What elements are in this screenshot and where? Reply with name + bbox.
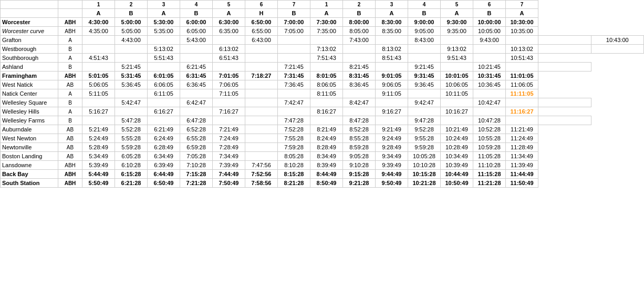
time-cell xyxy=(115,107,148,116)
time-cell: 4:51:43 xyxy=(82,54,115,63)
time-cell: 10:44:49 xyxy=(441,170,473,179)
time-cell: 9:30:00 xyxy=(441,18,473,27)
time-cell: 6:11:05 xyxy=(148,89,180,98)
time-cell: 9:42:47 xyxy=(408,98,441,107)
time-cell: 6:15:28 xyxy=(115,170,148,179)
time-cell: 7:21:49 xyxy=(213,125,245,134)
time-cell: 10:31:45 xyxy=(473,72,506,80)
time-cell: 7:50:49 xyxy=(213,179,245,188)
time-cell: 11:21:28 xyxy=(473,179,506,188)
time-cell: 9:01:05 xyxy=(376,72,408,80)
time-cell: 7:10:28 xyxy=(180,161,213,170)
time-cell xyxy=(310,63,343,72)
time-cell: 9:21:49 xyxy=(376,125,408,134)
time-cell: 6:24:49 xyxy=(148,134,180,143)
station-service: ABH xyxy=(58,18,82,27)
time-cell: 7:51:43 xyxy=(310,54,343,63)
time-cell: 10:16:27 xyxy=(441,107,473,116)
svc-b-4: B xyxy=(343,9,376,18)
time-cell: 11:11:05 xyxy=(506,89,538,98)
time-cell xyxy=(408,45,441,54)
col-num-12: 5 xyxy=(441,1,473,9)
time-cell: 8:44:49 xyxy=(310,170,343,179)
time-cell: 8:15:28 xyxy=(278,170,310,179)
time-cell: 6:59:28 xyxy=(180,143,213,152)
time-cell: 5:42:47 xyxy=(115,98,148,107)
station-name: Worcester xyxy=(1,18,58,27)
time-cell: 8:10:28 xyxy=(278,161,310,170)
time-cell xyxy=(245,125,278,134)
time-cell: 6:16:27 xyxy=(148,107,180,116)
svc-a-1: A xyxy=(82,9,115,18)
time-cell: 10:42:47 xyxy=(473,98,506,107)
time-cell: 5:06:05 xyxy=(82,80,115,89)
time-cell: 8:21:45 xyxy=(343,63,376,72)
time-cell: 6:51:43 xyxy=(213,54,245,63)
time-cell: 7:59:28 xyxy=(278,143,310,152)
table-row: GraftonA4:43:005:43:006:43:007:43:008:43… xyxy=(1,36,644,45)
svc-a-2: A xyxy=(148,9,180,18)
table-row: NewtonvilleAB5:28:495:59:286:28:496:59:2… xyxy=(1,143,644,152)
time-cell: 8:52:28 xyxy=(343,125,376,134)
time-cell xyxy=(506,63,538,72)
time-cell: 8:13:02 xyxy=(376,45,408,54)
table-row: FraminghamABH5:01:055:31:456:01:056:31:4… xyxy=(1,72,644,80)
time-cell xyxy=(213,116,245,125)
station-service: AB xyxy=(58,134,82,143)
time-cell: 6:21:45 xyxy=(180,63,213,72)
time-cell xyxy=(245,98,278,107)
time-cell: 7:05:00 xyxy=(278,27,310,36)
time-cell xyxy=(506,98,538,107)
svc-b-6: B xyxy=(473,9,506,18)
time-cell xyxy=(473,107,506,116)
station-service: B xyxy=(58,63,82,72)
table-row: AshlandB5:21:456:21:457:21:458:21:459:21… xyxy=(1,63,644,72)
station-name: Newtonville xyxy=(1,143,58,152)
svc-b-1: B xyxy=(115,9,148,18)
time-cell: 9:47:28 xyxy=(408,116,441,125)
time-cell xyxy=(538,36,591,45)
station-service: A xyxy=(58,107,82,116)
time-cell xyxy=(343,54,376,63)
svc-a-4: A xyxy=(310,9,343,18)
time-cell: 11:06:05 xyxy=(506,80,538,89)
time-cell: 11:21:49 xyxy=(506,125,538,134)
time-cell xyxy=(538,45,591,54)
time-cell: 6:39:49 xyxy=(148,161,180,170)
time-cell: 9:44:49 xyxy=(376,170,408,179)
time-cell: 9:59:28 xyxy=(408,143,441,152)
time-cell: 8:43:00 xyxy=(408,36,441,45)
station-name: Natick Center xyxy=(1,89,58,98)
time-cell xyxy=(473,89,506,98)
station-service: B xyxy=(58,116,82,125)
time-cell: 8:55:28 xyxy=(343,134,376,143)
time-cell xyxy=(245,116,278,125)
time-cell: 5:21:45 xyxy=(115,63,148,72)
time-cell: 5:01:05 xyxy=(82,72,115,80)
time-cell: 8:59:28 xyxy=(343,143,376,152)
svc-a-3: A xyxy=(213,9,245,18)
table-row: AuburndaleAB5:21:495:52:286:21:496:52:28… xyxy=(1,125,644,134)
time-cell: 9:16:27 xyxy=(376,107,408,116)
time-cell: 10:15:28 xyxy=(408,170,441,179)
time-cell xyxy=(180,107,213,116)
time-cell: 6:10:28 xyxy=(115,161,148,170)
time-cell: 11:39:49 xyxy=(506,161,538,170)
time-cell xyxy=(245,45,278,54)
station-col-header xyxy=(1,9,58,18)
time-cell: 9:52:28 xyxy=(408,125,441,134)
time-cell: 11:01:05 xyxy=(506,72,538,80)
time-cell: 5:30:00 xyxy=(148,18,180,27)
time-cell: 9:35:00 xyxy=(441,27,473,36)
time-cell: 8:51:43 xyxy=(376,54,408,63)
col-num-8: 1 xyxy=(310,1,343,9)
col-num-7: 7 xyxy=(278,1,310,9)
time-cell: 7:47:56 xyxy=(245,161,278,170)
col-num-14: 7 xyxy=(506,1,538,9)
time-cell: 10:59:28 xyxy=(473,143,506,152)
time-cell: 8:47:28 xyxy=(343,116,376,125)
time-cell xyxy=(441,63,473,72)
time-cell: 8:24:49 xyxy=(310,134,343,143)
table-row: West NewtonAB5:24:495:55:286:24:496:55:2… xyxy=(1,134,644,143)
time-cell: 10:24:49 xyxy=(441,134,473,143)
